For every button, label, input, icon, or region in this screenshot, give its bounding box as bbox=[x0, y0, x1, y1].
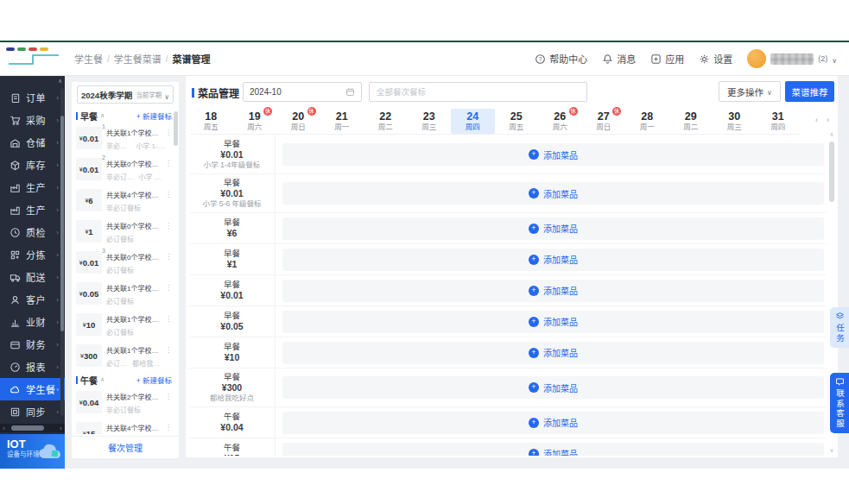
recipe-recommend-button[interactable]: 菜谱推荐 bbox=[785, 81, 834, 102]
help-center-button[interactable]: ? 帮助中心 bbox=[535, 52, 587, 66]
sidebar-item-sync[interactable]: 同步 bbox=[0, 400, 65, 423]
scroll-down-icon[interactable] bbox=[828, 447, 835, 454]
add-dish-label: 添加菜品 bbox=[543, 315, 578, 328]
tasks-float-button[interactable]: 任务 bbox=[830, 307, 849, 348]
semester-select[interactable]: 2024秋季学期 当前学期 bbox=[77, 85, 174, 104]
meal-standard-item[interactable]: ¥10共关联1个学校的15个班级必订餐标⋮ bbox=[76, 310, 172, 341]
add-dish-button[interactable]: +添加菜品 bbox=[529, 346, 578, 359]
date-cell-24[interactable]: 24周四 bbox=[451, 109, 495, 134]
sidebar-item-cart[interactable]: 采购 bbox=[0, 109, 65, 131]
sidebar-scroll-up-icon[interactable] bbox=[58, 78, 62, 85]
topbar: 学生餐 / 学生餐菜谱 / 菜谱管理 ? 帮助中心 消息 bbox=[0, 42, 849, 76]
date-cell-19[interactable]: 休19周六 bbox=[233, 109, 277, 134]
date-cell-18[interactable]: 18周五 bbox=[189, 109, 233, 134]
item-menu-icon[interactable]: ⋮ bbox=[165, 315, 172, 323]
meal-standard-item[interactable]: ¥15共关联4个学校的8个班级非必订餐标⋮ bbox=[76, 419, 172, 434]
add-dish-button[interactable]: +添加菜品 bbox=[529, 222, 578, 235]
meal-standard-item[interactable]: ¥0.04共关联2个学校的12个班级非必订餐标⋮ bbox=[76, 387, 172, 419]
new-meal-standard-link[interactable]: + 新建餐标 bbox=[136, 110, 172, 121]
sidebar-item-user[interactable]: 客户 bbox=[0, 288, 65, 311]
breadcrumb-item[interactable]: 学生餐菜谱 bbox=[114, 52, 162, 66]
customer-service-float-button[interactable]: 联系客服 bbox=[830, 373, 849, 433]
messages-button[interactable]: 消息 bbox=[602, 52, 636, 66]
item-menu-icon[interactable]: ⋮ bbox=[165, 346, 172, 354]
scrollbar-track[interactable] bbox=[8, 425, 57, 431]
section-name[interactable]: 早餐 bbox=[80, 110, 98, 123]
scroll-right-icon[interactable] bbox=[57, 425, 65, 432]
item-menu-icon[interactable]: ⋮ bbox=[165, 284, 172, 292]
item-menu-icon[interactable]: ⋮ bbox=[165, 129, 172, 136]
prev-dates-button[interactable] bbox=[815, 116, 818, 124]
add-dish-button[interactable]: +添加菜品 bbox=[529, 187, 578, 200]
date-cell-30[interactable]: 30周三 bbox=[713, 109, 757, 134]
item-menu-icon[interactable]: ⋮ bbox=[165, 222, 172, 230]
collapse-icon[interactable] bbox=[100, 112, 105, 119]
date-cell-21[interactable]: 21周一 bbox=[320, 109, 364, 134]
month-picker[interactable]: 2024-10 bbox=[243, 82, 362, 102]
scrollbar-thumb[interactable] bbox=[829, 142, 834, 202]
item-menu-icon[interactable]: ⋮ bbox=[165, 393, 172, 400]
breadcrumb-item[interactable]: 学生餐 bbox=[74, 52, 103, 66]
meal-standard-item[interactable]: 1¥0.01共关联1个学校的3个班级非必订餐标小学 1-4年…⋮ bbox=[76, 123, 172, 154]
more-actions-button[interactable]: 更多操作 bbox=[719, 81, 781, 102]
sidebar-item-truck[interactable]: 配送 bbox=[0, 266, 65, 288]
date-cell-26[interactable]: 休26周六 bbox=[538, 109, 582, 134]
sidebar-item-clipboard[interactable]: 订单 bbox=[0, 86, 65, 109]
sidebar-item-factory[interactable]: 生产 bbox=[0, 198, 65, 221]
apps-button[interactable]: 应用 bbox=[650, 52, 684, 66]
meal-standard-item[interactable]: ¥300共关联1个学校的2个班级必订餐标都给我吃好点⋮ bbox=[76, 341, 172, 372]
scroll-left-icon[interactable] bbox=[0, 425, 8, 432]
sidebar-vertical-scrollbar[interactable] bbox=[60, 88, 64, 416]
add-dish-button[interactable]: +添加菜品 bbox=[529, 416, 578, 429]
new-meal-standard-link[interactable]: + 新建餐标 bbox=[136, 375, 172, 385]
sidebar-item-cloud[interactable]: 学生餐 bbox=[0, 378, 65, 400]
add-dish-button[interactable]: +添加菜品 bbox=[529, 284, 578, 297]
sidebar-item-box[interactable]: 库存 bbox=[0, 154, 65, 176]
sidebar-item-warehouse[interactable]: 仓储 bbox=[0, 131, 65, 154]
scrollbar-thumb[interactable] bbox=[174, 111, 178, 146]
sidebar-item-grid[interactable]: 分拣 bbox=[0, 243, 65, 266]
sidebar-item-chart[interactable]: 业财 bbox=[0, 311, 65, 333]
item-menu-icon[interactable]: ⋮ bbox=[165, 160, 172, 167]
date-number: 29 bbox=[685, 110, 697, 123]
settings-button[interactable]: 设置 bbox=[699, 52, 732, 66]
scroll-up-icon[interactable] bbox=[828, 131, 835, 138]
date-cell-27[interactable]: 休27周日 bbox=[582, 109, 626, 134]
date-cell-31[interactable]: 31周四 bbox=[757, 109, 801, 134]
sidebar-item-factory[interactable]: 生产 bbox=[0, 176, 65, 198]
date-cell-29[interactable]: 29周二 bbox=[669, 109, 713, 134]
add-dish-button[interactable]: +添加菜品 bbox=[529, 381, 578, 394]
item-menu-icon[interactable]: ⋮ bbox=[165, 424, 172, 432]
meal-session-manage-button[interactable]: 餐次管理 bbox=[72, 436, 179, 458]
meal-standard-item[interactable]: ¥1共关联0个学校的0个班级必订餐标⋮ bbox=[76, 217, 172, 248]
help-icon: ? bbox=[535, 54, 546, 65]
next-dates-button[interactable] bbox=[827, 116, 829, 124]
scrollbar-thumb[interactable] bbox=[60, 116, 64, 331]
add-dish-button[interactable]: +添加菜品 bbox=[529, 447, 578, 456]
item-menu-icon[interactable]: ⋮ bbox=[165, 191, 172, 198]
meal-standard-item[interactable]: 3¥0.01共关联0个学校的0个班级必订餐标⋮ bbox=[76, 248, 172, 279]
search-input[interactable] bbox=[369, 82, 587, 102]
collapse-icon[interactable] bbox=[100, 376, 105, 383]
add-dish-button[interactable]: +添加菜品 bbox=[529, 253, 578, 266]
section-name[interactable]: 午餐 bbox=[80, 374, 98, 387]
date-cell-25[interactable]: 25周五 bbox=[495, 109, 539, 134]
date-cell-28[interactable]: 28周一 bbox=[625, 109, 669, 134]
sidebar-item-gauge[interactable]: 报表 bbox=[0, 356, 65, 378]
sidebar-item-wallet[interactable]: 财务 bbox=[0, 333, 65, 356]
iot-banner[interactable]: IOT 设备与环境 bbox=[0, 434, 65, 469]
item-menu-icon[interactable]: ⋮ bbox=[165, 253, 172, 261]
date-cell-22[interactable]: 22周二 bbox=[364, 109, 408, 134]
user-menu[interactable]: (2) bbox=[747, 49, 837, 68]
sidebar-item-clock[interactable]: 质检 bbox=[0, 221, 65, 243]
meal-standard-item[interactable]: ¥0.05共关联1个学校的1个班级必订餐标⋮ bbox=[76, 279, 172, 310]
meal-standard-item[interactable]: 2¥0.01共关联0个学校的0个班级非必订餐标小学 5-6…⋮ bbox=[76, 154, 172, 186]
date-cell-20[interactable]: 休20周日 bbox=[276, 109, 320, 134]
sidebar-horizontal-scrollbar[interactable] bbox=[0, 424, 65, 432]
scrollbar-thumb[interactable] bbox=[11, 425, 44, 431]
add-dish-button[interactable]: +添加菜品 bbox=[529, 315, 578, 328]
meal-standard-item[interactable]: ¥6共关联4个学校的4个班级非必订餐标⋮ bbox=[76, 186, 172, 217]
date-cell-23[interactable]: 23周三 bbox=[408, 109, 452, 134]
add-dish-button[interactable]: +添加菜品 bbox=[529, 148, 578, 161]
panel-scrollbar[interactable] bbox=[174, 110, 178, 431]
